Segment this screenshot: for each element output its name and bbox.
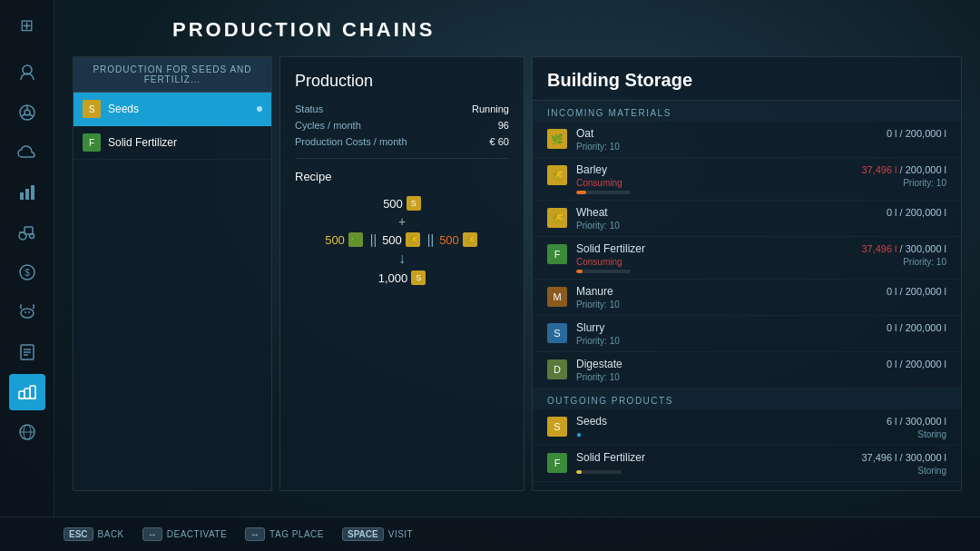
chain-name-seeds: Seeds xyxy=(108,103,250,115)
weather-icon[interactable] xyxy=(9,134,45,171)
tagplace-label: TAG PLACE xyxy=(270,529,324,539)
money-icon[interactable]: $ xyxy=(9,254,45,290)
chain-item-seeds[interactable]: S Seeds xyxy=(74,93,271,126)
manure-priority: Priority: 10 xyxy=(576,300,620,310)
svg-point-2 xyxy=(24,110,30,115)
production-panel-title: Production xyxy=(295,72,509,91)
steering-icon[interactable] xyxy=(9,94,45,131)
hotkey-tagplace: ↔ TAG PLACE xyxy=(245,527,324,541)
stat-costs-label: Production Costs / month xyxy=(295,136,407,147)
stat-cycles-value: 96 xyxy=(498,120,509,131)
recipe-plus: + xyxy=(398,214,406,229)
wheat-icon: 🌾 xyxy=(463,232,477,247)
stat-cycles-label: Cycles / month xyxy=(295,120,361,131)
esc-label: BACK xyxy=(98,529,124,539)
barley-priority: Priority: 10 xyxy=(903,178,946,188)
digestate-icon: D xyxy=(547,359,567,379)
svg-point-15 xyxy=(24,311,26,313)
tagplace-badge: ↔ xyxy=(245,527,265,541)
hotkey-deactivate: ↔ DEACTIVATE xyxy=(142,527,227,541)
sfert-out-name: Solid Fertilizer xyxy=(576,451,645,464)
storage-content[interactable]: INCOMING MATERIALS 🌿 Oat 0 l / 200,000 l… xyxy=(533,101,961,483)
recipe-area: 500 S + 500 🌿 || 500 🌾 || 500 🌾 ↓ xyxy=(295,196,509,285)
sfert-out-icon: F xyxy=(547,453,567,473)
panels: PRODUCTION FOR SEEDS AND FERTILIZ... S S… xyxy=(73,56,962,491)
sfert-fill xyxy=(576,270,583,273)
chain-item-solid-fertilizer[interactable]: F Solid Fertilizer xyxy=(74,126,271,160)
digestate-amount: 0 l / 200,000 l xyxy=(887,359,946,369)
tractor-icon[interactable] xyxy=(9,214,45,251)
oat-amount: 0 l / 200,000 l xyxy=(887,128,946,139)
svg-rect-7 xyxy=(25,189,29,200)
storage-item-barley: 🌾 Barley 37,496 l / 200,000 l Consuming … xyxy=(533,158,961,201)
slurry-priority: Priority: 10 xyxy=(576,336,620,346)
wheat-priority: Priority: 10 xyxy=(576,221,620,231)
animals-icon[interactable] xyxy=(9,54,45,91)
barley-name: Barley xyxy=(576,163,607,176)
barley-amount: 37,496 l / 200,000 l xyxy=(861,164,946,175)
sep1: || xyxy=(370,232,377,247)
recipe-oat-amount: 500 xyxy=(325,233,345,247)
storage-item-manure: M Manure 0 l / 200,000 l Priority: 10 xyxy=(533,280,961,316)
storage-item-oat: 🌿 Oat 0 l / 200,000 l Priority: 10 xyxy=(533,122,961,158)
esc-badge: ESC xyxy=(64,527,93,541)
recipe-wheat-amount: 500 xyxy=(439,233,459,247)
chain-name-fertilizer: Solid Fertilizer xyxy=(108,136,262,149)
stat-cycles: Cycles / month 96 xyxy=(295,120,509,131)
seeds-out-amount: 6 l / 300,000 l xyxy=(887,416,946,427)
svg-point-10 xyxy=(19,232,26,240)
seeds-out-dot: ● xyxy=(576,429,582,439)
main-content: PRODUCTION CHAINS PRODUCTION FOR SEEDS A… xyxy=(54,0,980,517)
svg-rect-8 xyxy=(31,185,34,200)
svg-point-11 xyxy=(29,234,34,239)
slurry-info: Slurry 0 l / 200,000 l Priority: 10 xyxy=(576,321,946,346)
svg-rect-22 xyxy=(24,389,30,398)
book-icon[interactable] xyxy=(9,334,45,370)
right-panel-header: Building Storage xyxy=(533,57,961,101)
sfert-info: Solid Fertilizer 37,496 l / 300,000 l Co… xyxy=(576,242,946,273)
oat-info: Oat 0 l / 200,000 l Priority: 10 xyxy=(576,127,946,152)
left-panel: PRODUCTION FOR SEEDS AND FERTILIZ... S S… xyxy=(73,56,272,491)
manure-amount: 0 l / 200,000 l xyxy=(887,286,946,297)
storage-item-digestate: D Digestate 0 l / 200,000 l Priority: 10 xyxy=(533,352,961,389)
svg-line-4 xyxy=(21,114,24,116)
storage-item-slurry: S Slurry 0 l / 200,000 l Priority: 10 xyxy=(533,316,961,352)
page-title: PRODUCTION CHAINS xyxy=(172,18,962,42)
visit-badge: SPACE xyxy=(342,527,384,541)
chart-icon[interactable] xyxy=(9,174,45,211)
stat-status-label: Status xyxy=(295,103,323,114)
map-icon[interactable]: ⊞ xyxy=(9,7,45,44)
recipe-inputs-multi: 500 🌿 || 500 🌾 || 500 🌾 xyxy=(325,232,479,247)
seeds-icon: S xyxy=(83,100,101,118)
sfert-out-info: Solid Fertilizer 37,496 l / 300,000 l St… xyxy=(576,451,946,476)
barley-info: Barley 37,496 l / 200,000 l Consuming Pr… xyxy=(576,163,946,194)
incoming-header: INCOMING MATERIALS xyxy=(533,101,961,122)
recipe-title: Recipe xyxy=(295,170,509,183)
production-icon[interactable] xyxy=(9,374,45,410)
slurry-amount: 0 l / 200,000 l xyxy=(887,322,946,333)
sfert-sub: Consuming xyxy=(576,257,622,267)
manure-icon: M xyxy=(547,287,567,307)
barley-sub: Consuming xyxy=(576,178,622,188)
slurry-name: Slurry xyxy=(576,321,604,334)
sfert-name: Solid Fertilizer xyxy=(576,242,645,255)
deactivate-badge: ↔ xyxy=(142,527,162,541)
livestock-icon[interactable] xyxy=(9,294,45,330)
deactivate-label: DEACTIVATE xyxy=(167,529,227,539)
wheat-storage-icon: 🌾 xyxy=(547,208,567,228)
barley-progress xyxy=(576,191,631,194)
hotkey-esc: ESC BACK xyxy=(64,527,124,541)
stat-status-value: Running xyxy=(472,103,509,114)
recipe-barley-amount: 500 xyxy=(382,233,402,247)
svg-rect-6 xyxy=(20,192,24,200)
recipe-output-icon: S xyxy=(411,271,426,285)
oat-priority: Priority: 10 xyxy=(576,142,620,152)
sfert-amount: 37,496 l / 300,000 l xyxy=(861,243,946,254)
sfert-out-fill xyxy=(576,470,582,474)
sfert-out-status: Storing xyxy=(917,466,946,476)
divider xyxy=(295,158,509,159)
barley-storage-icon: 🌾 xyxy=(547,165,567,185)
wheat-amount: 0 l / 200,000 l xyxy=(887,207,946,218)
storage-title: Building Storage xyxy=(547,70,946,91)
globe-icon[interactable] xyxy=(9,414,45,450)
